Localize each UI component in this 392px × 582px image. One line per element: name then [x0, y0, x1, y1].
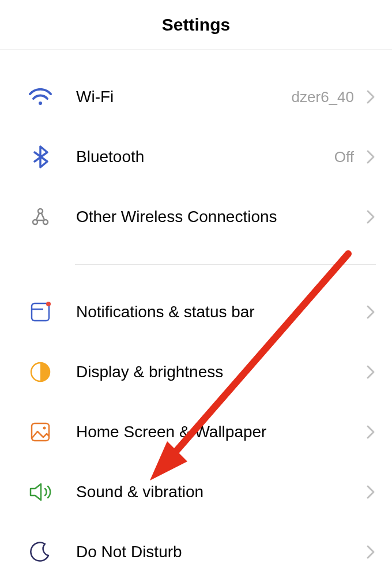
settings-item-label: Other Wireless Connections [76, 208, 365, 226]
svg-point-3 [38, 209, 43, 213]
chevron-right-icon [365, 484, 376, 500]
chevron-right-icon [365, 544, 376, 560]
settings-item-label: Wi-Fi [76, 88, 292, 106]
svg-point-2 [43, 220, 48, 224]
section-divider [75, 264, 376, 265]
settings-item-display[interactable]: Display & brightness [0, 342, 392, 402]
settings-item-other-wireless[interactable]: Other Wireless Connections [0, 187, 392, 247]
chevron-right-icon [365, 304, 376, 320]
header: Settings [0, 0, 392, 50]
wireless-icon [28, 204, 53, 230]
settings-list: Wi-Fi dzer6_40 Bluetooth Off Other Wirel… [0, 50, 392, 582]
settings-item-sound[interactable]: Sound & vibration [0, 462, 392, 522]
settings-item-wallpaper[interactable]: Home Screen & Wallpaper [0, 402, 392, 462]
sound-icon [28, 479, 53, 505]
wifi-icon [28, 84, 53, 110]
svg-rect-8 [32, 423, 49, 441]
svg-point-1 [33, 220, 37, 224]
svg-rect-4 [32, 303, 49, 321]
svg-point-9 [43, 427, 46, 430]
page-title: Settings [162, 15, 230, 35]
settings-item-label: Notifications & status bar [76, 303, 365, 321]
settings-item-label: Sound & vibration [76, 483, 365, 501]
settings-item-bluetooth[interactable]: Bluetooth Off [0, 127, 392, 187]
chevron-right-icon [365, 89, 376, 105]
notifications-icon [28, 299, 53, 325]
svg-point-0 [39, 102, 42, 105]
settings-item-label: Do Not Disturb [76, 543, 365, 561]
settings-item-label: Bluetooth [76, 148, 334, 166]
chevron-right-icon [365, 209, 376, 225]
chevron-right-icon [365, 149, 376, 165]
settings-item-wifi[interactable]: Wi-Fi dzer6_40 [0, 67, 392, 127]
wallpaper-icon [28, 419, 53, 445]
settings-item-notifications[interactable]: Notifications & status bar [0, 282, 392, 342]
settings-item-label: Home Screen & Wallpaper [76, 423, 365, 441]
moon-icon [28, 539, 53, 565]
chevron-right-icon [365, 364, 376, 380]
bluetooth-icon [28, 144, 53, 170]
settings-item-dnd[interactable]: Do Not Disturb [0, 522, 392, 582]
display-icon [28, 359, 53, 385]
settings-item-value: dzer6_40 [292, 88, 354, 106]
svg-point-6 [46, 302, 51, 306]
chevron-right-icon [365, 424, 376, 440]
settings-item-label: Display & brightness [76, 363, 365, 381]
settings-item-value: Off [334, 148, 354, 166]
